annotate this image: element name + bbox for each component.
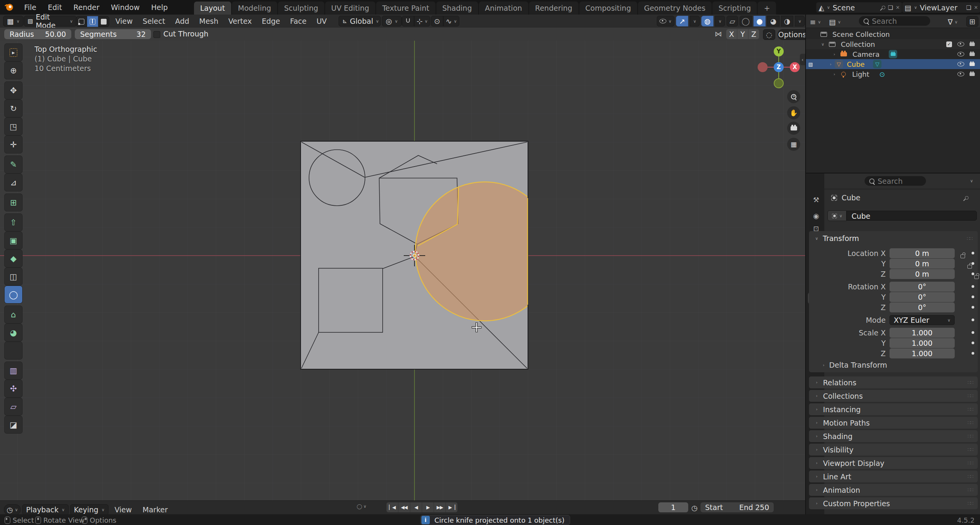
gizmo-axis-z[interactable]: Z [774,62,784,72]
pin-icon[interactable] [881,5,886,10]
add-workspace-button[interactable]: + [758,2,776,15]
tool-select-box[interactable]: ▸ [5,44,22,61]
scale-z-field[interactable]: 1.000 [890,348,955,358]
tool-transform[interactable]: ✛ [5,136,22,153]
panel-visibility[interactable]: ›Visibility∷∷ [809,444,978,456]
expand-icon[interactable]: › [830,62,831,66]
tool-rip-region[interactable]: ◪ [5,416,22,433]
tool-spin[interactable]: ◕ [5,324,22,341]
playback-menu[interactable]: Playback∨ [22,504,69,515]
gizmo-dropdown[interactable]: ∨ [690,16,700,26]
outliner-row-scene-collection[interactable]: Scene Collection [806,29,980,39]
disable-render-icon[interactable] [970,53,975,56]
tab-geometry-nodes[interactable]: Geometry Nodes [638,2,712,15]
tool-move[interactable]: ✥ [5,82,22,99]
mirror-icon[interactable]: ⋈ [715,30,722,38]
animate-dot[interactable] [972,352,974,355]
tool-loop-cut[interactable]: ◫ [5,268,22,285]
frame-end-field[interactable]: End 250 [735,502,774,512]
lock-icon[interactable] [967,265,972,269]
tool-annotate[interactable]: ✎ [5,156,22,173]
drag-handle[interactable]: ∷∷ [967,393,973,399]
scale-y-field[interactable]: 1.000 [890,338,955,348]
menu-window[interactable]: Window [105,0,145,15]
drag-handle[interactable]: ∷∷ [967,500,973,506]
menu-add[interactable]: Add [170,14,194,28]
hide-viewport-icon[interactable] [957,62,964,66]
tab-layout[interactable]: Layout [194,2,231,15]
xray-toggle-button[interactable]: ▱ [727,16,738,26]
location-z-field[interactable]: 0 m [890,269,955,279]
snap-base-button[interactable]: ◌ [763,29,775,40]
pivot-point-dropdown[interactable]: ◎∨ [382,16,402,26]
mirror-y-button[interactable]: Y [737,29,748,39]
shading-solid-button[interactable]: ● [753,16,766,26]
tool-knife-circle-active[interactable]: ◯ [5,286,22,303]
tool-shear[interactable]: ▱ [5,398,22,415]
menu-help[interactable]: Help [145,0,173,15]
drag-handle[interactable]: ∷∷ [967,474,973,479]
visibility-dropdown[interactable]: ∨ [657,16,674,26]
rotation-z-field[interactable]: 0° [890,302,955,312]
snap-target-dropdown[interactable]: ⊹∨ [414,16,430,26]
mirror-z-button[interactable]: Z [748,29,759,39]
camera-view-button[interactable] [787,122,800,135]
drag-handle[interactable]: ∷∷ [967,380,973,385]
cut-through-checkbox[interactable] [153,31,160,38]
scene-selector[interactable]: ◭ ∨ Scene ❏ ✕ [816,2,903,13]
animate-dot[interactable] [972,272,974,275]
animate-dot[interactable] [972,252,974,254]
animate-dot[interactable] [972,331,974,334]
rotation-x-field[interactable]: 0° [890,282,955,292]
properties-search-input[interactable]: Search [865,176,926,186]
tab-scripting[interactable]: Scripting [712,2,757,15]
animate-dot[interactable] [972,296,974,298]
tab-texture-paint[interactable]: Texture Paint [376,2,436,15]
location-x-field[interactable]: 0 m [890,248,955,258]
viewlayer-selector[interactable]: ▤ ∨ ViewLayer ❏ ✕ [902,2,980,13]
tool-shrink-fatten[interactable]: ✣ [5,380,22,397]
current-frame-field[interactable]: 1 [658,502,688,512]
tab-modeling[interactable]: Modeling [232,2,277,15]
stopwatch-icon[interactable]: ◷ [691,504,698,512]
tool-poly-build[interactable]: ⌂ [5,306,22,323]
tool-rotate[interactable]: ↻ [5,100,22,117]
auto-key-button[interactable]: ○ [357,502,362,510]
outliner-search-input[interactable]: Search [859,16,930,26]
transform-orientation-dropdown[interactable]: ⊾ Global ∨ [339,16,381,26]
tab-sculpting[interactable]: Sculpting [278,2,324,15]
shading-wireframe-button[interactable]: ◯ [740,16,752,26]
navigation-gizmo[interactable]: Y X Z [751,41,805,91]
panel-animation[interactable]: ›Animation∷∷ [809,484,978,496]
hide-viewport-icon[interactable] [957,52,964,56]
disable-render-icon[interactable] [970,43,975,46]
panel-relations[interactable]: ›Relations∷∷ [809,376,978,388]
snap-toggle-button[interactable]: ∩ [402,16,414,26]
tab-tool[interactable]: ⚒ [808,193,824,206]
disable-render-icon[interactable] [970,63,975,66]
animate-dot[interactable] [972,342,974,344]
previous-keyframe-button[interactable]: ◀◀ [398,502,410,512]
orthographic-toggle-button[interactable]: ▦ [787,138,800,151]
next-keyframe-button[interactable]: ▶▶ [434,502,446,512]
panel-motion-paths[interactable]: ›Motion Paths∷∷ [809,417,978,429]
gizmo-toggle-button[interactable]: ↗ [676,16,688,26]
panel-collections[interactable]: ›Collections∷∷ [809,390,978,402]
sidebar-toggle[interactable]: ‹ [800,54,805,65]
disable-render-icon[interactable] [970,73,975,76]
menu-face[interactable]: Face [285,14,311,28]
menu-mesh[interactable]: Mesh [194,14,224,28]
checkbox-icon[interactable]: ✓ [946,41,952,47]
outliner-row-cube-selected[interactable]: ▧ › ▽ Cube ▽ [806,59,980,69]
animate-dot[interactable] [972,306,974,309]
copy-icon[interactable]: ❏ [966,4,971,11]
panel-shading[interactable]: ›Shading∷∷ [809,430,978,442]
zoom-button[interactable] [787,90,800,103]
lock-icon[interactable] [960,254,965,258]
tab-uv-editing[interactable]: UV Editing [325,2,375,15]
panel-custom-properties[interactable]: ›Custom Properties∷∷ [809,497,978,509]
panel-viewport-display[interactable]: ›Viewport Display∷∷ [809,457,978,469]
scale-x-field[interactable]: 1.000 [890,328,955,338]
copy-icon[interactable]: ❏ [888,4,893,11]
tab-compositing[interactable]: Compositing [579,2,637,15]
